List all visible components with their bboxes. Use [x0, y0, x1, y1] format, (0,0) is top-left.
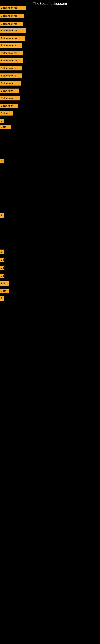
bottleneck-bar: Bottleneck res	[0, 28, 26, 33]
bottleneck-bar: Bott	[0, 125, 11, 129]
bottleneck-bar: Bott	[0, 289, 9, 293]
bottleneck-bar: Bottleneck r	[0, 96, 20, 100]
bottleneck-bar: B	[0, 119, 3, 123]
bottleneck-bar: Bottleneck res	[0, 51, 23, 55]
bottleneck-bar: Bottleneck r	[0, 81, 21, 86]
bottleneck-bar: Bo	[0, 159, 4, 164]
bottleneck-bar: Bottleneck re	[0, 66, 22, 70]
bottleneck-bar: Bottleneck	[0, 88, 19, 93]
bottleneck-bar: Bottle	[0, 111, 13, 116]
bottleneck-bar: Bo	[0, 266, 4, 270]
bottleneck-bar: Bottleneck res	[0, 58, 23, 63]
bottleneck-bar: Bottleneck res	[0, 22, 23, 26]
bottleneck-bar: Bottleneck res	[0, 14, 24, 18]
bottleneck-bar: B	[0, 213, 3, 218]
bottleneck-bar: Bottleneck res	[0, 36, 25, 41]
bottleneck-bar: Bo	[0, 258, 4, 262]
bottleneck-bar: B	[0, 296, 3, 301]
bottleneck-bar: B	[0, 250, 3, 254]
bottleneck-bar: Bottleneck re	[0, 74, 22, 78]
bottleneck-bar: Bottleneck	[0, 104, 18, 108]
bottleneck-bar: Bottleneck res	[0, 6, 26, 10]
bottleneck-bar: Bottleneck re	[0, 43, 22, 48]
bottleneck-bar: Bo	[0, 274, 4, 278]
bottleneck-bar: Bott	[0, 281, 9, 286]
